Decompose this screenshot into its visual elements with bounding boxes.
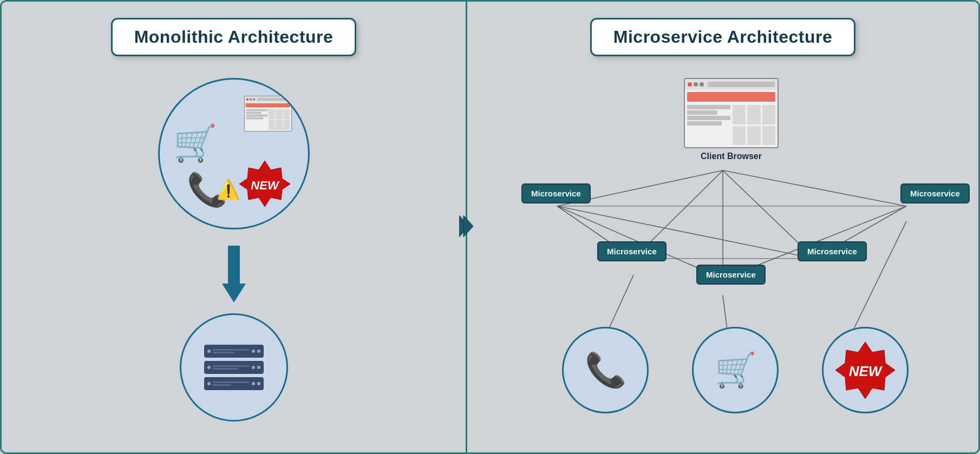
microservice-box-1: Microservice	[521, 183, 591, 203]
microservice-box-4: Microservice	[798, 241, 867, 261]
svg-text:NEW: NEW	[849, 363, 883, 379]
server-rack-mono	[204, 345, 264, 390]
svg-marker-3	[463, 215, 473, 237]
new-badge-mono: NEW	[238, 158, 292, 209]
cart-service-icon: 🛒	[715, 351, 756, 390]
cart-service-circle: 🛒	[692, 327, 779, 413]
divider-arrow	[459, 210, 475, 245]
cart-icon-mono: 🛒	[173, 123, 217, 164]
client-browser-icon	[684, 78, 779, 148]
client-browser-group: Client Browser	[684, 78, 779, 161]
new-badge-micro: NEW	[833, 339, 898, 402]
main-container: Monolithic Architecture	[0, 0, 980, 454]
monolithic-title: Monolithic Architecture	[134, 27, 334, 47]
phone-service-circle: 📞	[562, 327, 649, 413]
svg-line-8	[723, 170, 906, 206]
left-panel: Monolithic Architecture	[2, 2, 467, 452]
svg-text:NEW: NEW	[251, 179, 280, 192]
microservice-title-box: Microservice Architecture	[590, 18, 855, 56]
right-panel: Microservice Architecture	[467, 2, 978, 452]
mono-arrow-down	[222, 246, 246, 302]
microservice-title: Microservice Architecture	[613, 27, 832, 47]
monolithic-circle: 🛒 📞 ⚠️ NEW	[158, 78, 310, 229]
new-service-circle: NEW	[822, 327, 909, 413]
microservice-box-5: Microservice	[900, 183, 970, 203]
microservice-diagram: Client Browser Microservice Microservice…	[478, 78, 968, 436]
monolithic-title-box: Monolithic Architecture	[111, 18, 357, 56]
server-circle-mono	[180, 313, 288, 422]
svg-line-18	[850, 221, 906, 336]
microservice-box-3: Microservice	[696, 265, 766, 285]
phone-service-icon: 📞	[585, 351, 626, 390]
client-browser-label: Client Browser	[701, 152, 762, 161]
browser-icon-mono	[244, 96, 292, 131]
microservice-box-2: Microservice	[597, 241, 667, 261]
warning-icon-mono: ⚠️	[217, 179, 240, 201]
